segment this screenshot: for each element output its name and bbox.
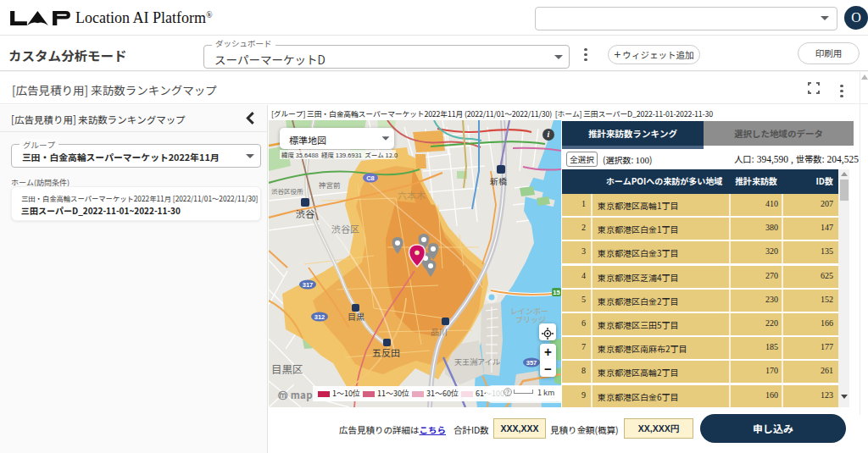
svg-text:六本木: 六本木	[398, 188, 426, 202]
svg-text:317: 317	[303, 281, 314, 289]
svg-text:五反田: 五反田	[372, 345, 400, 359]
svg-text:渋谷区: 渋谷区	[331, 222, 359, 235]
svg-text:渋谷区役所: 渋谷区役所	[271, 186, 303, 196]
svg-text:天王洲アイル: 天王洲アイル	[454, 356, 500, 367]
svg-text:目黒区: 目黒区	[271, 361, 303, 377]
svg-text:神宮前: 神宮前	[318, 180, 341, 190]
svg-text:目黒: 目黒	[348, 310, 364, 323]
svg-text:C8: C8	[366, 174, 375, 182]
svg-text:品川: 品川	[431, 325, 448, 338]
svg-text:新橋: 新橋	[490, 174, 507, 187]
svg-text:312: 312	[314, 313, 326, 321]
svg-text:15: 15	[553, 289, 559, 296]
svg-text:渋谷: 渋谷	[296, 207, 314, 220]
svg-text:357: 357	[526, 359, 537, 367]
